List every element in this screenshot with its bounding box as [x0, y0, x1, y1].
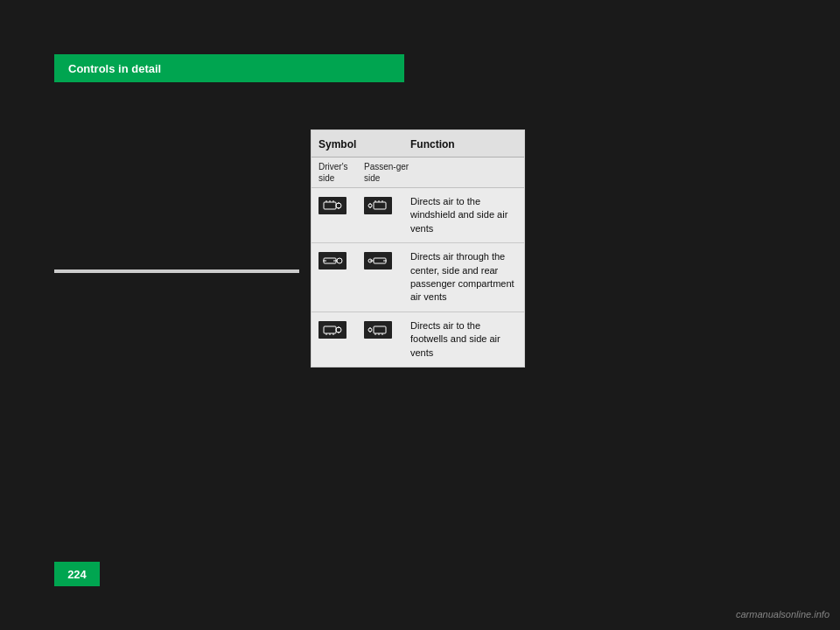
- page-number: 224: [67, 568, 87, 581]
- svg-rect-0: [322, 200, 343, 212]
- divider-line: [54, 270, 299, 273]
- table-header-row: Symbol Function: [312, 130, 524, 158]
- function-text-2: Directs air through the center, side and…: [410, 251, 514, 302]
- passenger-side-label: Passen-ger side: [364, 162, 409, 183]
- vent-table: Symbol Function Driver's side Passen-ger…: [311, 130, 525, 368]
- passenger-vent-svg-3: [367, 323, 389, 337]
- vent-svg-2: [321, 254, 344, 268]
- header-banner: Controls in detail: [54, 54, 404, 82]
- symbol-column-header: Symbol: [318, 136, 410, 151]
- svg-rect-35: [368, 324, 388, 336]
- function-column-header: Function: [410, 136, 517, 151]
- watermark-text: carmanualsonline.info: [736, 609, 830, 620]
- passenger-vent-icon-2: [364, 252, 392, 270]
- passenger-icon-cell-1: [364, 195, 410, 214]
- driver-side-subheader: Driver's side: [318, 161, 364, 184]
- function-cell-3: Directs air to the footwells and side ai…: [410, 319, 517, 360]
- passenger-vent-icon-1: [364, 197, 392, 214]
- function-text-3: Directs air to the footwells and side ai…: [410, 320, 500, 358]
- passenger-side-subheader: Passen-ger side: [364, 161, 410, 184]
- function-cell-1: Directs air to the windshield and side a…: [410, 195, 517, 235]
- svg-rect-27: [322, 324, 343, 336]
- driver-vent-icon-1: [318, 197, 346, 214]
- function-subheader-spacer: [410, 161, 517, 184]
- symbol-col-label: Symbol: [318, 138, 356, 150]
- passenger-vent-svg-1: [367, 199, 389, 213]
- driver-icon-cell-3: [318, 319, 364, 339]
- vent-svg-3: [321, 323, 344, 337]
- table-row: Directs air to the footwells and side ai…: [312, 312, 524, 367]
- table-subheader-row: Driver's side Passen-ger side: [312, 158, 524, 188]
- passenger-vent-icon-3: [364, 321, 392, 339]
- table-row: Directs air through the center, side and…: [312, 243, 524, 312]
- watermark: carmanualsonline.info: [736, 609, 830, 620]
- driver-icon-cell-2: [318, 250, 364, 270]
- passenger-icon-cell-2: [364, 250, 410, 270]
- driver-side-label: Driver's side: [318, 162, 348, 183]
- function-col-label: Function: [410, 138, 455, 150]
- passenger-vent-svg-2: [367, 254, 389, 268]
- vent-svg-1: [321, 199, 344, 213]
- function-text-1: Directs air to the windshield and side a…: [410, 196, 508, 234]
- svg-rect-8: [368, 200, 388, 212]
- driver-vent-icon-3: [318, 321, 346, 339]
- driver-vent-icon-2: [318, 252, 346, 270]
- function-cell-2: Directs air through the center, side and…: [410, 250, 517, 304]
- passenger-icon-cell-3: [364, 319, 410, 339]
- header-title: Controls in detail: [68, 62, 161, 75]
- driver-icon-cell-1: [318, 195, 364, 214]
- table-row: Directs air to the windshield and side a…: [312, 188, 524, 243]
- page-badge: 224: [54, 562, 100, 586]
